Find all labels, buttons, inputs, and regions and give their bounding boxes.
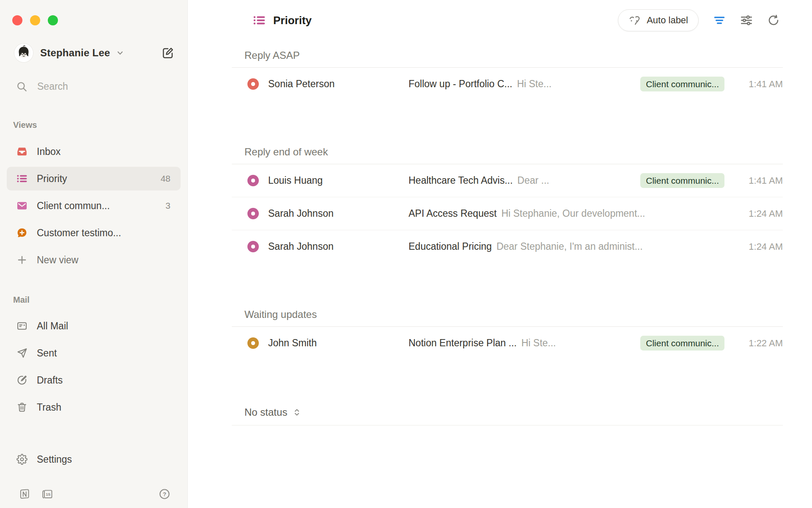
- expand-collapse-icon: [292, 408, 302, 417]
- drafts-icon: [16, 375, 27, 386]
- email-time: 1:24 AM: [736, 241, 783, 252]
- inbox-icon: [16, 146, 27, 157]
- sidebar-item-priority[interactable]: Priority 48: [7, 167, 181, 190]
- email-summary: Follow up - Portfolio C...Hi Ste...: [409, 78, 632, 90]
- sidebar-item-settings[interactable]: Settings: [7, 449, 181, 470]
- auto-label-text: Auto label: [647, 15, 688, 26]
- sidebar-item-label: Priority: [37, 173, 67, 185]
- email-summary: Healthcare Tech Advis...Dear ...: [409, 175, 632, 186]
- label-chip[interactable]: Client communic...: [640, 173, 724, 188]
- sidebar-item-sent[interactable]: Sent: [7, 341, 181, 365]
- chevron-down-icon: [116, 49, 124, 57]
- email-preview: Dear Stephanie, I'm an administ...: [497, 241, 643, 252]
- email-preview: Dear ...: [517, 175, 549, 186]
- refresh-icon[interactable]: [767, 14, 780, 27]
- label-chip[interactable]: Client communic...: [640, 336, 724, 351]
- no-status-group-toggle[interactable]: No status: [232, 406, 783, 425]
- notion-app-icon[interactable]: [19, 488, 30, 500]
- email-time: 1:41 AM: [736, 79, 783, 90]
- no-status-label: No status: [244, 406, 287, 418]
- calendar-app-icon[interactable]: 15: [41, 488, 53, 500]
- email-subject: Follow up - Portfolio C...: [409, 78, 512, 89]
- sidebar-item-drafts[interactable]: Drafts: [7, 368, 181, 392]
- trash-icon: [16, 402, 27, 413]
- help-icon[interactable]: ?: [159, 488, 170, 500]
- sender-name: Sonia Peterson: [268, 78, 409, 90]
- plus-icon: [16, 254, 27, 265]
- svg-text:?: ?: [163, 491, 166, 497]
- email-preview: Hi Stephanie, Our development...: [501, 208, 645, 219]
- email-row[interactable]: Sarah Johnson Educational PricingDear St…: [232, 230, 783, 263]
- email-group-reply-end-of-week: Reply end of week Louis Huang Healthcare…: [232, 100, 783, 263]
- sender-avatar: [247, 78, 259, 90]
- sender-name: Sarah Johnson: [268, 208, 409, 219]
- sidebar: Stephanie Lee Search Views: [0, 0, 188, 508]
- email-row[interactable]: Sarah Johnson API Access RequestHi Steph…: [232, 197, 783, 230]
- search-icon: [16, 81, 27, 92]
- priority-view-icon: [253, 14, 266, 27]
- main-panel: Priority Auto label: [188, 0, 812, 508]
- sidebar-item-customer-testimonials[interactable]: Customer testimo...: [7, 221, 181, 245]
- sidebar-item-label: Inbox: [37, 146, 60, 157]
- client-comm-count-badge: 3: [165, 201, 170, 211]
- sidebar-footer-icons: 15 ?: [7, 483, 181, 505]
- email-preview: Hi Ste...: [521, 337, 556, 348]
- email-subject: Healthcare Tech Advis...: [409, 175, 513, 186]
- email-row[interactable]: Sonia Peterson Follow up - Portfolio C..…: [232, 68, 783, 100]
- sender-name: Sarah Johnson: [268, 241, 409, 252]
- priority-list-icon: [16, 173, 27, 184]
- filter-icon[interactable]: [713, 14, 726, 27]
- sidebar-item-trash[interactable]: Trash: [7, 395, 181, 419]
- email-time: 1:22 AM: [736, 338, 783, 349]
- all-mail-icon: [16, 320, 27, 331]
- auto-label-button[interactable]: Auto label: [618, 9, 699, 31]
- email-subject: Educational Pricing: [409, 241, 492, 252]
- email-subject: Notion Enterprise Plan ...: [409, 337, 517, 348]
- sidebar-item-label: All Mail: [37, 320, 68, 332]
- sender-avatar: [247, 208, 259, 219]
- email-group-reply-asap: Reply ASAP Sonia Peterson Follow up - Po…: [232, 41, 783, 100]
- compose-icon[interactable]: [161, 46, 175, 60]
- close-window-button[interactable]: [12, 15, 22, 25]
- sidebar-item-inbox[interactable]: Inbox: [7, 140, 181, 163]
- user-avatar: [14, 44, 33, 62]
- email-summary: API Access RequestHi Stephanie, Our deve…: [409, 208, 736, 219]
- email-summary: Notion Enterprise Plan ...Hi Ste...: [409, 337, 632, 349]
- email-subject: API Access Request: [409, 208, 497, 219]
- search-placeholder: Search: [37, 81, 68, 92]
- sidebar-item-label: Trash: [37, 402, 61, 413]
- sidebar-item-label: Settings: [37, 454, 72, 465]
- minimize-window-button[interactable]: [30, 15, 40, 25]
- label-chip[interactable]: Client communic...: [640, 77, 724, 91]
- svg-text:15: 15: [46, 492, 51, 497]
- display-settings-icon[interactable]: [740, 14, 753, 27]
- send-icon: [16, 348, 27, 359]
- sidebar-item-client-communication[interactable]: Client commun... 3: [7, 194, 181, 218]
- app-window: Stephanie Lee Search Views: [0, 0, 812, 508]
- sidebar-item-new-view[interactable]: New view: [7, 248, 181, 272]
- sender-name: John Smith: [268, 337, 409, 349]
- search-input[interactable]: Search: [16, 76, 68, 97]
- mail-section-label: Mail: [7, 294, 181, 306]
- sender-name: Louis Huang: [268, 175, 409, 186]
- sidebar-item-all-mail[interactable]: All Mail: [7, 314, 181, 338]
- zoom-window-button[interactable]: [48, 15, 58, 25]
- ai-face-icon: [628, 14, 641, 27]
- sender-avatar: [247, 241, 259, 252]
- email-time: 1:24 AM: [736, 208, 783, 219]
- views-section-label: Views: [7, 119, 181, 131]
- sidebar-item-label: New view: [37, 254, 78, 266]
- email-row[interactable]: Louis Huang Healthcare Tech Advis...Dear…: [232, 164, 783, 197]
- gear-icon: [16, 454, 27, 465]
- group-title: Reply ASAP: [232, 49, 783, 68]
- email-row[interactable]: John Smith Notion Enterprise Plan ...Hi …: [232, 327, 783, 359]
- page-title: Priority: [273, 14, 312, 27]
- sidebar-item-label: Sent: [37, 348, 57, 359]
- view-header: Priority Auto label: [188, 0, 812, 41]
- envelope-icon: [16, 200, 27, 211]
- account-switcher[interactable]: Stephanie Lee: [14, 43, 175, 63]
- chat-plus-icon: [16, 227, 27, 238]
- sender-avatar: [247, 175, 259, 186]
- group-title: Waiting updates: [232, 308, 783, 327]
- email-list: Reply ASAP Sonia Peterson Follow up - Po…: [232, 41, 783, 425]
